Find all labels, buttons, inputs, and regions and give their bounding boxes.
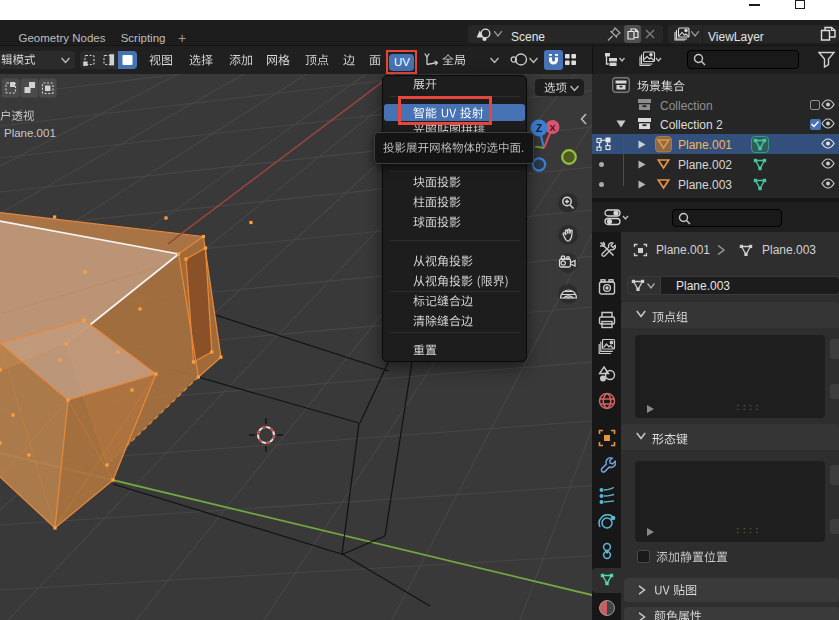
svg-text:Z: Z [536,123,542,134]
svg-text:X: X [549,123,555,133]
